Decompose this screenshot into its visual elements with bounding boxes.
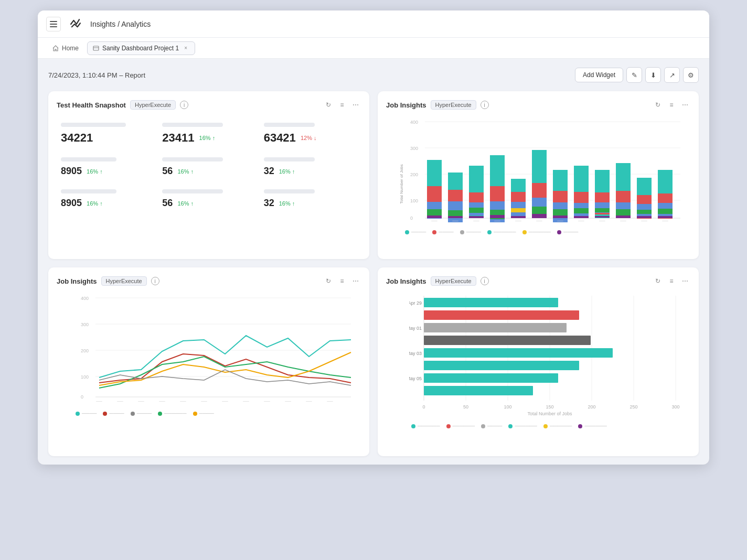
stat-change-1: 16% ↑: [198, 135, 216, 141]
svg-rect-27: [469, 216, 484, 218]
stat-label-bar: [162, 189, 222, 193]
svg-text:──: ──: [641, 219, 647, 222]
job-insights-bar-widget: Job Insights HyperExecute i ↻ ≡ ⋯ Total …: [378, 91, 699, 259]
app-logo: [67, 16, 84, 33]
legend-dot-hbar-purple: [578, 424, 582, 428]
content-area: 7/24/2023, 1:10:44 PM – Report Add Widge…: [38, 59, 709, 465]
svg-text:250: 250: [629, 404, 637, 410]
svg-text:──: ──: [263, 399, 270, 404]
stat-cell-2: 63421 12% ↓: [260, 117, 361, 152]
job-insights-line-filter-icon[interactable]: ≡: [337, 276, 347, 286]
legend-item-teal: ────: [405, 229, 426, 235]
job-insights-hbar-refresh-icon[interactable]: ↻: [653, 276, 663, 286]
svg-rect-66: [637, 210, 652, 214]
svg-text:300: 300: [81, 322, 89, 327]
legend-dot-gray: [460, 230, 464, 234]
job-insights-hbar-filter-icon[interactable]: ≡: [666, 276, 677, 286]
stat-cell-7: 56 16% ↑: [158, 184, 259, 216]
job-insights-line-info-icon[interactable]: i: [151, 277, 159, 285]
svg-text:May 01: May 01: [409, 326, 422, 331]
svg-text:0: 0: [81, 394, 83, 400]
hbar-chart-legend: ────── ────── ──── ──────: [409, 423, 690, 429]
job-insights-hbar-badge: HyperExecute: [431, 276, 476, 286]
svg-text:──: ──: [515, 219, 521, 222]
svg-rect-22: [448, 216, 463, 218]
svg-rect-124: [424, 373, 558, 383]
edit-button[interactable]: ✎: [626, 67, 642, 83]
hamburger-icon: [50, 21, 57, 27]
stat-value-4: 56 16% ↑: [162, 166, 255, 177]
job-insights-bar-more-icon[interactable]: ⋯: [680, 100, 690, 110]
stat-label-bar: [264, 157, 315, 161]
stat-cell-3: 8905 16% ↑: [57, 152, 158, 184]
svg-text:──: ──: [473, 219, 479, 222]
legend-dot-gray-line: [131, 412, 135, 416]
hamburger-button[interactable]: [46, 17, 61, 31]
snapshot-refresh-icon[interactable]: ↻: [323, 100, 334, 110]
snapshot-more-icon[interactable]: ⋯: [350, 100, 361, 110]
svg-rect-32: [490, 215, 505, 218]
svg-text:──: ──: [620, 219, 626, 222]
legend-dot-red-line: [103, 412, 107, 416]
legend-item-purple: ────: [557, 229, 578, 235]
snapshot-filter-icon[interactable]: ≡: [337, 100, 347, 110]
job-insights-hbar-info-icon[interactable]: i: [481, 277, 489, 285]
app-title: Insights / Analytics: [90, 20, 151, 28]
job-insights-line-widget: Job Insights HyperExecute i ↻ ≡ ⋯ 400: [48, 267, 369, 456]
legend-item-green-line: ──────: [158, 411, 187, 416]
job-insights-line-header: Job Insights HyperExecute i ↻ ≡ ⋯: [57, 276, 361, 286]
legend-item-teal-line: ────: [76, 411, 97, 416]
tab-close-button[interactable]: ×: [182, 45, 189, 52]
svg-text:200: 200: [588, 404, 595, 410]
legend-item-yellow: ──────: [522, 229, 551, 235]
home-tab[interactable]: Home: [46, 41, 85, 55]
svg-text:100: 100: [504, 404, 511, 410]
svg-text:──: ──: [326, 399, 333, 404]
job-insights-line-refresh-icon[interactable]: ↻: [323, 276, 334, 286]
svg-rect-61: [616, 209, 631, 216]
active-tab[interactable]: Sanity Dashboard Project 1 ×: [87, 41, 195, 55]
snapshot-info-icon[interactable]: i: [180, 101, 188, 109]
stat-label-bar: [264, 123, 315, 127]
svg-rect-125: [424, 386, 533, 395]
job-insights-hbar-more-icon[interactable]: ⋯: [680, 276, 690, 286]
home-icon: [52, 45, 59, 51]
svg-rect-0: [67, 16, 84, 33]
dashboard-grid: Test Health Snapshot HyperExecute i ↻ ≡ …: [48, 91, 699, 456]
share-button[interactable]: ↗: [664, 67, 680, 83]
legend-item-hbar-teal: ──────: [411, 423, 440, 429]
bar-chart-legend: ──── ──── ──── ──────: [403, 229, 690, 235]
job-insights-bar-title: Job Insights: [386, 101, 426, 109]
svg-rect-118: [424, 298, 558, 307]
job-insights-line-more-icon[interactable]: ⋯: [350, 276, 361, 286]
legend-dot-teal2: [487, 230, 492, 234]
download-button[interactable]: ⬇: [645, 67, 661, 83]
legend-item-gray-line: ────: [131, 411, 152, 416]
legend-dot-hbar-yellow: [543, 424, 548, 428]
job-insights-bar-filter-icon[interactable]: ≡: [666, 100, 677, 110]
bar-chart-svg: 400 300 200 100 0: [403, 117, 690, 222]
svg-rect-62: [616, 216, 631, 218]
stat-value-6: 8905 16% ↑: [61, 198, 154, 209]
svg-text:400: 400: [410, 120, 418, 125]
legend-item-hbar-purple: ──────: [578, 423, 607, 429]
settings-button[interactable]: ⚙: [683, 67, 699, 83]
stat-value-3: 8905 16% ↑: [61, 166, 154, 177]
svg-text:──: ──: [452, 219, 458, 222]
svg-rect-41: [532, 207, 547, 214]
stat-label-bar: [61, 123, 126, 127]
job-insights-bar-refresh-icon[interactable]: ↻: [653, 100, 663, 110]
legend-item-hbar-gray: ────: [481, 423, 502, 429]
legend-item-yellow-line: ────: [193, 411, 214, 416]
svg-rect-67: [637, 216, 652, 218]
add-widget-button[interactable]: Add Widget: [575, 68, 623, 82]
svg-text:400: 400: [81, 296, 89, 301]
svg-text:150: 150: [546, 404, 553, 410]
snapshot-widget: Test Health Snapshot HyperExecute i ↻ ≡ …: [48, 91, 369, 259]
svg-rect-119: [424, 310, 579, 320]
svg-rect-46: [553, 209, 568, 216]
stat-change-4: 16% ↑: [176, 168, 194, 175]
legend-item-hbar-teal2: ──────: [508, 423, 537, 429]
legend-item-orange: ────: [432, 229, 453, 235]
job-insights-bar-info-icon[interactable]: i: [481, 101, 489, 109]
